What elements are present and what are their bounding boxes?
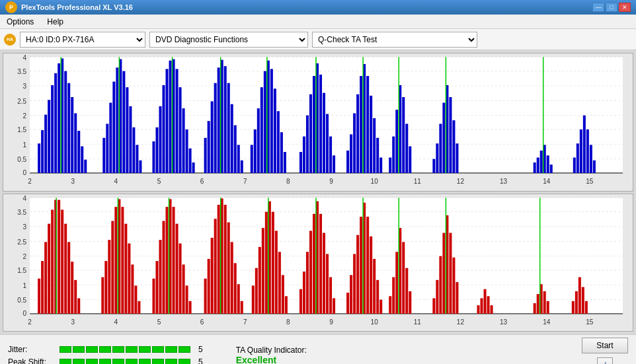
svg-rect-88: [241, 161, 243, 173]
svg-rect-90: [251, 145, 253, 173]
svg-rect-212: [124, 223, 127, 313]
svg-rect-36: [44, 115, 47, 173]
svg-rect-265: [329, 277, 332, 313]
bottom-chart: 4 3.5 3 2.5 2 1.5 1 0.5 0 2 3 4 5 6 7 8 …: [3, 194, 633, 332]
svg-rect-300: [487, 296, 490, 314]
svg-rect-208: [111, 221, 114, 313]
svg-rect-222: [166, 207, 169, 314]
svg-rect-77: [204, 138, 207, 173]
svg-rect-37: [48, 100, 50, 173]
svg-rect-253: [282, 275, 284, 314]
svg-rect-102: [299, 152, 302, 173]
right-buttons: Start i: [582, 338, 628, 364]
svg-text:6: 6: [200, 178, 204, 185]
svg-rect-100: [284, 152, 286, 173]
svg-rect-155: [590, 145, 592, 173]
peak-shift-bar-4: [99, 359, 111, 365]
drive-select[interactable]: HA:0 ID:0 PX-716A: [20, 32, 145, 48]
svg-text:12: 12: [457, 178, 464, 185]
svg-rect-225: [176, 223, 179, 313]
svg-text:0.5: 0.5: [17, 156, 26, 163]
function-select[interactable]: DVD Diagnostic Functions: [149, 32, 308, 48]
svg-rect-219: [155, 261, 158, 314]
svg-rect-309: [575, 291, 578, 313]
menu-options[interactable]: Options: [3, 16, 38, 28]
svg-text:10: 10: [371, 318, 378, 325]
svg-rect-144: [537, 157, 539, 172]
peak-shift-bar-2: [73, 359, 85, 365]
svg-text:11: 11: [414, 318, 421, 325]
svg-text:0.5: 0.5: [17, 296, 26, 303]
svg-rect-211: [121, 207, 124, 314]
svg-rect-215: [134, 285, 137, 314]
svg-rect-51: [106, 124, 108, 172]
start-button[interactable]: Start: [582, 338, 628, 353]
svg-rect-92: [257, 108, 260, 173]
svg-rect-311: [582, 287, 584, 313]
svg-rect-209: [114, 207, 117, 314]
jitter-bar-10: [179, 346, 190, 353]
svg-rect-147: [547, 155, 549, 173]
svg-text:3: 3: [71, 318, 75, 325]
svg-rect-140: [452, 120, 455, 173]
test-select[interactable]: Q-Check TA Test: [312, 32, 477, 48]
jitter-bar-1: [60, 346, 71, 353]
peak-shift-bar-8: [152, 359, 164, 365]
svg-rect-141: [456, 143, 458, 173]
svg-text:5: 5: [157, 318, 161, 325]
maximize-button[interactable]: □: [606, 3, 617, 12]
svg-rect-43: [67, 83, 70, 173]
svg-rect-203: [77, 298, 80, 313]
svg-rect-195: [51, 209, 54, 313]
svg-rect-259: [309, 231, 312, 314]
menu-bar: Options Help: [0, 15, 636, 29]
svg-rect-153: [583, 116, 586, 173]
svg-text:15: 15: [586, 318, 593, 325]
window-title: PlexTools Professional XL V3.16: [21, 3, 133, 11]
svg-rect-115: [350, 134, 352, 173]
svg-rect-202: [74, 279, 77, 313]
svg-rect-301: [491, 305, 493, 314]
peak-shift-bar-7: [139, 359, 151, 365]
svg-rect-286: [409, 291, 411, 313]
svg-rect-291: [442, 233, 445, 313]
svg-rect-103: [303, 137, 305, 173]
svg-rect-99: [280, 132, 283, 173]
svg-text:12: 12: [457, 318, 464, 325]
svg-rect-194: [48, 223, 50, 313]
svg-text:11: 11: [414, 178, 421, 185]
svg-rect-40: [58, 63, 60, 173]
peak-shift-label: Peak Shift:: [8, 357, 54, 365]
svg-rect-281: [392, 277, 395, 313]
svg-rect-284: [402, 242, 405, 314]
svg-text:2: 2: [22, 112, 26, 120]
svg-text:0: 0: [22, 309, 26, 316]
svg-rect-136: [439, 124, 442, 172]
svg-text:4: 4: [114, 318, 118, 325]
minimize-button[interactable]: —: [592, 3, 604, 12]
svg-rect-238: [227, 222, 230, 313]
svg-text:9: 9: [329, 318, 333, 325]
svg-rect-61: [139, 161, 141, 173]
svg-rect-91: [254, 129, 257, 173]
svg-rect-64: [155, 127, 158, 173]
svg-rect-290: [439, 256, 442, 313]
svg-rect-53: [112, 82, 115, 173]
svg-rect-124: [379, 157, 382, 172]
svg-rect-72: [182, 108, 185, 173]
svg-text:4: 4: [22, 194, 26, 201]
svg-rect-272: [360, 217, 362, 314]
svg-rect-285: [405, 268, 408, 313]
close-button[interactable]: ✕: [619, 3, 631, 12]
info-button[interactable]: i: [597, 357, 613, 364]
svg-rect-148: [550, 164, 553, 173]
svg-text:14: 14: [543, 318, 550, 325]
svg-rect-242: [241, 301, 243, 313]
svg-text:3.5: 3.5: [17, 208, 26, 215]
menu-help[interactable]: Help: [43, 16, 67, 28]
svg-text:2.5: 2.5: [17, 97, 26, 104]
svg-text:4: 4: [22, 54, 26, 61]
svg-rect-63: [152, 141, 155, 173]
svg-rect-229: [189, 301, 192, 313]
svg-rect-128: [395, 110, 398, 173]
